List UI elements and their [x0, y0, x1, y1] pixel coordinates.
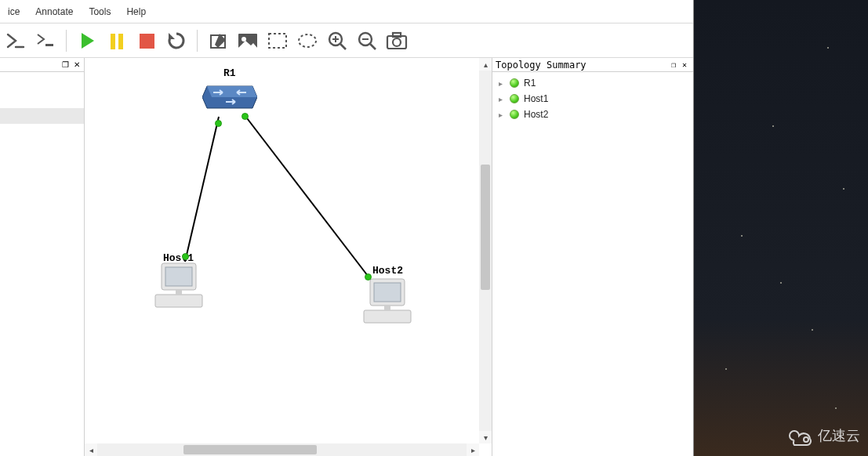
zoom-in-icon[interactable]	[325, 28, 350, 53]
play-icon[interactable]	[74, 28, 100, 53]
menu-help[interactable]: Help	[118, 1, 154, 23]
gns3-app-window: ice Annotate Tools Help	[0, 0, 694, 456]
topology-tree: ▸ R1 ▸ Host1 ▸ Host2	[492, 72, 693, 125]
close-panel-icon[interactable]: ✕	[679, 60, 690, 71]
svg-line-14	[185, 117, 219, 262]
watermark: 亿速云	[785, 425, 860, 447]
svg-rect-7	[269, 34, 286, 48]
link-layer	[85, 58, 492, 450]
svg-rect-21	[374, 283, 401, 302]
ellipse-select-icon[interactable]	[295, 28, 320, 53]
menu-tools[interactable]: Tools	[81, 1, 118, 23]
svg-point-13	[393, 38, 401, 46]
status-led-icon	[510, 110, 519, 119]
rect-select-icon[interactable]	[265, 28, 290, 53]
menu-annotate[interactable]: Annotate	[27, 1, 81, 23]
svg-point-24	[804, 437, 808, 442]
camera-icon[interactable]	[384, 28, 409, 53]
status-led-icon	[510, 78, 519, 88]
left-panel-header: ❐ ✕	[0, 58, 84, 72]
restore-panel-icon[interactable]: ❐	[668, 60, 679, 71]
tree-item-host2[interactable]: ▸ Host2	[494, 107, 692, 122]
svg-rect-19	[176, 290, 182, 295]
tree-item-r1[interactable]: ▸ R1	[494, 75, 692, 91]
left-panel-selected-row[interactable]	[0, 108, 84, 124]
port-r1-2[interactable]	[242, 113, 249, 120]
svg-rect-0	[45, 44, 53, 46]
svg-rect-22	[364, 310, 411, 323]
edit-box-icon[interactable]	[205, 28, 231, 53]
tree-item-label: Host2	[524, 109, 548, 120]
menu-device[interactable]: ice	[0, 1, 27, 23]
svg-rect-3	[140, 34, 154, 49]
left-dock-panel: ❐ ✕	[0, 58, 85, 456]
router-icon[interactable]	[202, 78, 257, 114]
pause-icon[interactable]	[104, 28, 129, 53]
port-host1[interactable]	[182, 253, 189, 260]
toolbar	[0, 24, 693, 58]
image-icon[interactable]	[235, 28, 260, 53]
svg-rect-18	[155, 295, 202, 307]
svg-rect-12	[393, 33, 401, 37]
stop-icon[interactable]	[134, 28, 159, 53]
tree-item-label: R1	[524, 78, 536, 89]
toolbar-separator	[66, 30, 67, 52]
topology-canvas[interactable]: R1 Host1	[85, 58, 492, 456]
tree-item-label: Host1	[524, 93, 548, 104]
chevron-right-icon[interactable]: ▸	[499, 95, 505, 103]
svg-point-8	[299, 34, 316, 47]
close-panel-icon[interactable]: ✕	[71, 60, 82, 71]
menubar: ice Annotate Tools Help	[0, 0, 693, 24]
chevron-right-icon[interactable]: ▸	[499, 79, 505, 88]
host1-icon[interactable]	[152, 260, 207, 317]
topology-summary-title: Topology Summary	[496, 60, 587, 71]
console-mini-icon[interactable]	[33, 28, 58, 53]
host2-icon[interactable]	[361, 276, 416, 333]
status-led-icon	[510, 94, 519, 103]
topology-summary-panel: Topology Summary ❐ ✕ ▸ R1 ▸ Host1 ▸	[492, 58, 693, 456]
svg-rect-1	[111, 34, 115, 49]
svg-rect-2	[118, 34, 123, 49]
svg-rect-23	[384, 306, 390, 310]
port-host2[interactable]	[365, 273, 372, 280]
toolbar-separator	[197, 30, 198, 52]
port-r1-1[interactable]	[215, 120, 222, 127]
chevron-right-icon[interactable]: ▸	[499, 110, 505, 119]
console-prompt-icon[interactable]	[3, 28, 28, 53]
tree-item-host1[interactable]: ▸ Host1	[494, 91, 692, 107]
svg-line-15	[245, 115, 368, 276]
zoom-out-icon[interactable]	[354, 28, 380, 53]
restore-panel-icon[interactable]: ❐	[60, 60, 71, 71]
reload-icon[interactable]	[164, 28, 189, 53]
svg-rect-17	[165, 267, 192, 286]
watermark-text: 亿速云	[818, 426, 860, 445]
topology-canvas-pane: R1 Host1	[85, 58, 492, 456]
